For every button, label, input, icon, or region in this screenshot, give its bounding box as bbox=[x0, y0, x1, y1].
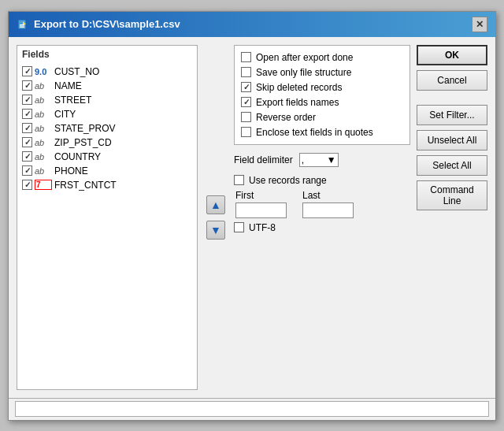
field-checkbox[interactable] bbox=[22, 66, 32, 76]
fields-list: 9.0CUST_NOabNAMEabSTREETabCITYabSTATE_PR… bbox=[17, 63, 197, 389]
field-checkbox[interactable] bbox=[22, 137, 32, 147]
field-name: PHONE bbox=[54, 165, 88, 176]
field-item[interactable]: 9.0CUST_NO bbox=[20, 65, 194, 79]
export-dialog: Export to D:\CSV\sample1.csv ✕ Fields 9.… bbox=[8, 11, 496, 421]
command-line-button[interactable]: Command Line bbox=[417, 180, 487, 210]
fields-panel: Fields 9.0CUST_NOabNAMEabSTREETabCITYabS… bbox=[17, 45, 198, 390]
reverse-order-row: Reverse order bbox=[241, 112, 403, 123]
field-type: 7 bbox=[35, 180, 52, 190]
field-checkbox[interactable] bbox=[22, 80, 32, 91]
status-input[interactable] bbox=[15, 401, 489, 417]
delimiter-select[interactable]: , ▼ bbox=[299, 153, 339, 167]
save-structure-row: Save only file structure bbox=[241, 67, 403, 78]
field-type: ab bbox=[35, 152, 52, 162]
svg-rect-1 bbox=[20, 24, 24, 26]
field-name: ZIP_PST_CD bbox=[54, 137, 112, 148]
skip-deleted-row: Skip deleted records bbox=[241, 82, 403, 93]
enclose-text-label: Enclose text fields in quotes bbox=[256, 127, 373, 138]
use-records-range-row: Use records range bbox=[234, 175, 410, 186]
skip-deleted-checkbox[interactable] bbox=[241, 82, 251, 92]
field-checkbox[interactable] bbox=[22, 123, 32, 133]
select-all-button[interactable]: Select All bbox=[417, 155, 487, 176]
field-name: NAME bbox=[54, 80, 82, 91]
move-up-button[interactable]: ▲ bbox=[206, 195, 225, 214]
move-down-button[interactable]: ▼ bbox=[206, 221, 225, 240]
first-input[interactable] bbox=[235, 202, 287, 218]
dialog-title: Export to D:\CSV\sample1.csv bbox=[34, 18, 180, 30]
main-options-group: Open after export done Save only file st… bbox=[234, 45, 410, 145]
close-button[interactable]: ✕ bbox=[472, 17, 487, 32]
field-type: 9.0 bbox=[35, 67, 52, 76]
title-bar: Export to D:\CSV\sample1.csv ✕ bbox=[9, 12, 495, 37]
field-item[interactable]: 7FRST_CNTCT bbox=[20, 178, 194, 192]
field-item[interactable]: abPHONE bbox=[20, 164, 194, 178]
svg-rect-2 bbox=[20, 26, 24, 28]
buttons-panel: OK Cancel Set Filter... Unselect All Sel… bbox=[417, 45, 487, 390]
field-item[interactable]: abNAME bbox=[20, 79, 194, 93]
export-field-names-checkbox[interactable] bbox=[241, 97, 251, 107]
field-name: COUNTRY bbox=[54, 151, 101, 162]
field-type: ab bbox=[35, 166, 52, 176]
ok-button[interactable]: OK bbox=[417, 45, 487, 65]
field-item[interactable]: abCITY bbox=[20, 107, 194, 121]
skip-deleted-label: Skip deleted records bbox=[256, 82, 342, 93]
open-after-export-row: Open after export done bbox=[241, 52, 403, 63]
use-records-range-checkbox[interactable] bbox=[234, 175, 244, 185]
utf8-label: UTF-8 bbox=[249, 222, 276, 233]
utf8-checkbox[interactable] bbox=[234, 222, 244, 232]
field-item[interactable]: abSTREET bbox=[20, 93, 194, 107]
delimiter-row: Field delimiter , ▼ bbox=[234, 153, 410, 167]
field-type: ab bbox=[35, 124, 52, 133]
field-type: ab bbox=[35, 95, 52, 105]
spacer bbox=[417, 95, 487, 100]
field-name: STATE_PROV bbox=[54, 123, 116, 134]
field-type: ab bbox=[35, 138, 52, 147]
delimiter-value: , bbox=[302, 154, 304, 165]
field-item[interactable]: abCOUNTRY bbox=[20, 150, 194, 164]
set-filter-button[interactable]: Set Filter... bbox=[417, 105, 487, 125]
field-type: ab bbox=[35, 110, 52, 119]
use-records-range-label: Use records range bbox=[249, 175, 327, 186]
delimiter-label: Field delimiter bbox=[234, 154, 293, 165]
field-item[interactable]: abSTATE_PROV bbox=[20, 121, 194, 136]
field-name: FRST_CNTCT bbox=[54, 180, 117, 191]
field-type: ab bbox=[35, 81, 52, 91]
field-checkbox[interactable] bbox=[22, 95, 32, 105]
field-checkbox[interactable] bbox=[22, 151, 32, 162]
delimiter-dropdown-icon: ▼ bbox=[327, 154, 336, 165]
first-field: First bbox=[235, 190, 287, 218]
field-name: CITY bbox=[54, 109, 76, 120]
field-item[interactable]: abZIP_PST_CD bbox=[20, 136, 194, 150]
dialog-body: Fields 9.0CUST_NOabNAMEabSTREETabCITYabS… bbox=[9, 37, 495, 398]
reverse-order-checkbox[interactable] bbox=[241, 112, 251, 122]
arrow-panel: ▲ ▼ bbox=[204, 45, 228, 390]
range-section: Use records range First Last UTF-8 bbox=[234, 175, 410, 233]
enclose-text-checkbox[interactable] bbox=[241, 127, 251, 137]
field-checkbox[interactable] bbox=[22, 109, 32, 119]
export-field-names-label: Export fields names bbox=[256, 97, 339, 108]
open-after-export-label: Open after export done bbox=[256, 52, 353, 63]
field-name: STREET bbox=[54, 95, 91, 106]
unselect-all-button[interactable]: Unselect All bbox=[417, 130, 487, 150]
field-checkbox[interactable] bbox=[22, 165, 32, 176]
dialog-icon bbox=[17, 18, 29, 31]
save-structure-checkbox[interactable] bbox=[241, 67, 251, 77]
field-checkbox[interactable] bbox=[22, 180, 32, 190]
last-field: Last bbox=[302, 190, 354, 218]
last-label: Last bbox=[302, 190, 354, 201]
reverse-order-label: Reverse order bbox=[256, 112, 316, 123]
open-after-export-checkbox[interactable] bbox=[241, 52, 251, 62]
save-structure-label: Save only file structure bbox=[256, 67, 351, 78]
first-label: First bbox=[235, 190, 287, 201]
options-panel: Open after export done Save only file st… bbox=[234, 45, 410, 390]
status-bar bbox=[9, 398, 495, 420]
utf8-row: UTF-8 bbox=[234, 222, 410, 233]
field-name: CUST_NO bbox=[54, 66, 99, 77]
title-left: Export to D:\CSV\sample1.csv bbox=[17, 18, 180, 31]
last-input[interactable] bbox=[302, 202, 354, 218]
fields-label: Fields bbox=[17, 46, 197, 63]
range-inputs: First Last bbox=[235, 190, 410, 218]
export-field-names-row: Export fields names bbox=[241, 97, 403, 108]
cancel-button[interactable]: Cancel bbox=[417, 70, 487, 91]
enclose-text-row: Enclose text fields in quotes bbox=[241, 127, 403, 138]
